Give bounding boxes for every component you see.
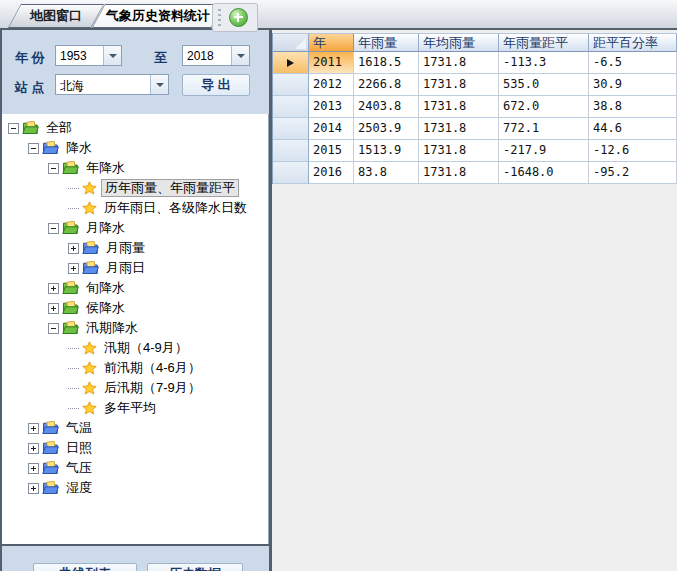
chevron-down-icon[interactable]: [231, 46, 249, 65]
table-cell[interactable]: 38.8: [589, 96, 677, 118]
tree-item-label: 气温: [63, 420, 95, 436]
collapse-icon[interactable]: [48, 223, 59, 234]
expand-icon[interactable]: [48, 283, 59, 294]
collapse-icon[interactable]: [28, 143, 39, 154]
table-cell[interactable]: 2014: [309, 118, 354, 140]
add-tab-button plus-icon[interactable]: [229, 8, 248, 27]
tree-item[interactable]: 月雨日: [2, 258, 268, 278]
column-header[interactable]: 年: [309, 33, 354, 52]
table-cell[interactable]: 2011: [309, 52, 354, 74]
table-cell[interactable]: 2015: [309, 140, 354, 162]
table-row[interactable]: 20111618.51731.8-113.3-6.5: [273, 52, 677, 74]
star-icon: [82, 181, 97, 195]
table-cell[interactable]: 1618.5: [354, 52, 419, 74]
table-cell[interactable]: 30.9: [589, 74, 677, 96]
table-cell[interactable]: -95.2: [589, 162, 677, 184]
table-cell[interactable]: 83.8: [354, 162, 419, 184]
history-data-button[interactable]: 历史数据: [147, 563, 243, 571]
tree-item[interactable]: 气温: [2, 418, 268, 438]
table-cell[interactable]: -6.5: [589, 52, 677, 74]
table-cell[interactable]: 2403.8: [354, 96, 419, 118]
tree-item[interactable]: 月降水: [2, 218, 268, 238]
expand-icon[interactable]: [28, 423, 39, 434]
tree-item[interactable]: 降水: [2, 138, 268, 158]
tab-weather-history-stats[interactable]: 气象历史资料统计: [92, 4, 224, 28]
row-indicator[interactable]: [273, 96, 309, 118]
table-cell[interactable]: 1731.8: [419, 118, 499, 140]
table-row[interactable]: 20122266.81731.8535.030.9: [273, 74, 677, 96]
column-header[interactable]: 距平百分率: [589, 33, 677, 52]
tree-item[interactable]: 前汛期（4-6月）: [2, 358, 268, 378]
collapse-icon[interactable]: [48, 323, 59, 334]
tree-item[interactable]: 后汛期（7-9月）: [2, 378, 268, 398]
table-cell[interactable]: -113.3: [499, 52, 589, 74]
table-row[interactable]: 201683.81731.8-1648.0-95.2: [273, 162, 677, 184]
tree-item[interactable]: 多年平均: [2, 398, 268, 418]
table-cell[interactable]: 1731.8: [419, 140, 499, 162]
row-indicator[interactable]: [273, 162, 309, 184]
table-cell[interactable]: 1731.8: [419, 52, 499, 74]
column-header[interactable]: 年均雨量: [419, 33, 499, 52]
export-button[interactable]: 导 出: [182, 74, 250, 96]
table-row[interactable]: 20151513.91731.8-217.9-12.6: [273, 140, 677, 162]
table-cell[interactable]: 1731.8: [419, 96, 499, 118]
drag-grip-icon[interactable]: [218, 9, 221, 27]
table-cell[interactable]: 535.0: [499, 74, 589, 96]
row-indicator[interactable]: [273, 140, 309, 162]
tree-item-label: 汛期降水: [83, 320, 141, 336]
chevron-down-icon[interactable]: [103, 46, 121, 65]
expand-icon[interactable]: [28, 443, 39, 454]
table-cell[interactable]: -12.6: [589, 140, 677, 162]
table-row[interactable]: 20142503.91731.8772.144.6: [273, 118, 677, 140]
table-cell[interactable]: 2266.8: [354, 74, 419, 96]
tree-item[interactable]: 全部: [2, 118, 268, 138]
tab-map-window[interactable]: 地图窗口: [8, 4, 104, 28]
folder-green-icon: [62, 301, 79, 315]
expand-icon[interactable]: [48, 303, 59, 314]
table-cell[interactable]: 772.1: [499, 118, 589, 140]
table-cell[interactable]: 44.6: [589, 118, 677, 140]
tree-item[interactable]: 汛期降水: [2, 318, 268, 338]
tree-item[interactable]: 旬降水: [2, 278, 268, 298]
row-indicator[interactable]: [273, 118, 309, 140]
table-cell[interactable]: -217.9: [499, 140, 589, 162]
column-header[interactable]: 年雨量: [354, 33, 419, 52]
table-cell[interactable]: 672.0: [499, 96, 589, 118]
tree-item[interactable]: 历年雨日、各级降水日数: [2, 198, 268, 218]
tree-item-label: 湿度: [63, 480, 95, 496]
table-row[interactable]: 20132403.81731.8672.038.8: [273, 96, 677, 118]
tree-item[interactable]: 气压: [2, 458, 268, 478]
station-label: 站 点: [15, 79, 45, 97]
expand-icon[interactable]: [28, 483, 39, 494]
tree-item[interactable]: 日照: [2, 438, 268, 458]
curve-list-button[interactable]: 曲线列表: [33, 563, 137, 571]
chevron-down-icon[interactable]: [150, 75, 168, 94]
row-indicator[interactable]: [273, 74, 309, 96]
tree-item[interactable]: 侯降水: [2, 298, 268, 318]
tree-item[interactable]: 湿度: [2, 478, 268, 498]
table-cell[interactable]: 2016: [309, 162, 354, 184]
expand-icon[interactable]: [28, 463, 39, 474]
tree-item[interactable]: 年降水: [2, 158, 268, 178]
table-cell[interactable]: -1648.0: [499, 162, 589, 184]
year-to-select[interactable]: 2018: [182, 45, 250, 66]
tree-item[interactable]: 历年雨量、年雨量距平: [2, 178, 268, 198]
collapse-icon[interactable]: [48, 163, 59, 174]
table-cell[interactable]: 1731.8: [419, 74, 499, 96]
year-from-select[interactable]: 1953: [55, 45, 122, 66]
expand-icon[interactable]: [68, 243, 79, 254]
star-icon: [82, 341, 97, 355]
station-select[interactable]: 北海: [55, 74, 169, 95]
row-indicator[interactable]: [273, 52, 309, 74]
tree-item[interactable]: 月雨量: [2, 238, 268, 258]
table-cell[interactable]: 2012: [309, 74, 354, 96]
table-cell[interactable]: 1731.8: [419, 162, 499, 184]
collapse-icon[interactable]: [8, 123, 19, 134]
table-cell[interactable]: 2503.9: [354, 118, 419, 140]
table-cell[interactable]: 1513.9: [354, 140, 419, 162]
select-all-corner[interactable]: [273, 33, 309, 52]
column-header[interactable]: 年雨量距平: [499, 33, 589, 52]
expand-icon[interactable]: [68, 263, 79, 274]
table-cell[interactable]: 2013: [309, 96, 354, 118]
tree-item[interactable]: 汛期（4-9月）: [2, 338, 268, 358]
